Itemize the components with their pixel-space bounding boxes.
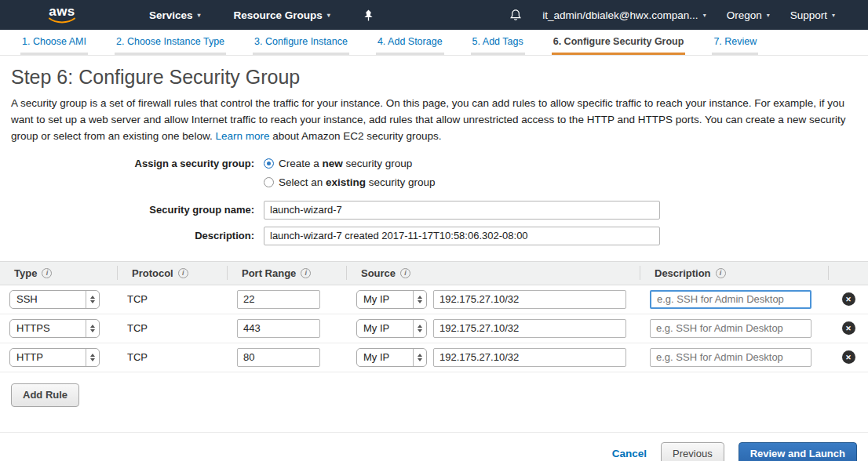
learn-more-link[interactable]: Learn more	[215, 130, 269, 142]
info-icon[interactable]: i	[42, 268, 52, 278]
tab-add-tags[interactable]: 5. Add Tags	[471, 30, 525, 55]
tab-configure-instance[interactable]: 3. Configure Instance	[253, 30, 349, 55]
select-stepper-icon	[413, 291, 426, 308]
delete-icon: ✕	[845, 325, 852, 332]
rule-source-cidr-input[interactable]	[433, 290, 626, 309]
resource-groups-menu[interactable]: Resource Groups ▾	[234, 9, 330, 21]
notifications-button[interactable]	[509, 9, 522, 21]
security-rules-table: Typei Protocoli Port Rangei Sourcei Desc…	[0, 261, 868, 372]
tab-configure-security-group[interactable]: 6. Configure Security Group	[552, 30, 686, 55]
radio-select-existing-group[interactable]: Select an existing security group	[264, 176, 436, 188]
account-menu-label: it_admin/dbialek@hwx.compan...	[542, 9, 698, 21]
select-stepper-icon	[86, 320, 99, 337]
info-icon[interactable]: i	[301, 268, 311, 278]
rule-source-cidr-input[interactable]	[433, 319, 626, 338]
table-header-row: Typei Protocoli Port Rangei Sourcei Desc…	[0, 261, 868, 285]
security-group-description-input[interactable]	[264, 227, 660, 245]
rule-source-select[interactable]: My IP	[356, 290, 427, 309]
pushpin-icon	[363, 9, 374, 21]
rule-source-select[interactable]: My IP	[356, 348, 427, 367]
header-protocol: Protocoli	[118, 266, 228, 280]
rule-type-value: SSH	[16, 293, 80, 305]
aws-logo[interactable]: aws	[49, 6, 75, 24]
region-menu[interactable]: Oregon ▾	[727, 9, 770, 21]
rule-description-input[interactable]	[650, 348, 811, 367]
region-menu-label: Oregon	[727, 9, 762, 21]
select-stepper-icon	[86, 291, 99, 308]
add-rule-button[interactable]: Add Rule	[11, 383, 79, 407]
chevron-down-icon: ▾	[767, 12, 770, 19]
security-rule-row: SSH TCP My IP ✕	[0, 285, 868, 314]
security-group-description-label: Description:	[11, 230, 264, 241]
header-source-label: Source	[361, 267, 396, 279]
intro-paragraph: A security group is a set of firewall ru…	[11, 96, 857, 145]
info-icon[interactable]: i	[400, 268, 410, 278]
services-menu[interactable]: Services ▾	[149, 9, 201, 21]
services-menu-label: Services	[149, 9, 193, 21]
header-protocol-label: Protocol	[132, 267, 173, 279]
cancel-link[interactable]: Cancel	[612, 448, 647, 459]
security-group-name-input[interactable]	[264, 201, 660, 220]
tab-add-storage[interactable]: 4. Add Storage	[376, 30, 444, 55]
security-group-name-label: Security group name:	[11, 204, 264, 216]
rule-description-input[interactable]	[650, 290, 811, 309]
delete-icon: ✕	[845, 354, 852, 361]
rule-type-value: HTTP	[16, 351, 80, 363]
rule-type-select[interactable]: HTTP	[9, 348, 100, 367]
rule-source-select[interactable]: My IP	[356, 319, 427, 338]
support-menu[interactable]: Support ▾	[790, 9, 835, 21]
info-icon[interactable]: i	[716, 268, 726, 278]
rule-type-select[interactable]: HTTPS	[9, 319, 100, 338]
header-port-range: Port Rangei	[228, 266, 347, 280]
security-rule-row: HTTPS TCP My IP ✕	[0, 314, 868, 343]
review-and-launch-button[interactable]: Review and Launch	[739, 442, 857, 461]
radio-new-bold: new	[323, 158, 343, 169]
header-description-label: Description	[655, 267, 711, 279]
page-title: Step 6: Configure Security Group	[11, 66, 857, 89]
top-nav-bar: aws Services ▾ Resource Groups ▾	[0, 0, 868, 30]
chevron-down-icon: ▾	[703, 12, 706, 19]
chevron-down-icon: ▾	[327, 12, 330, 19]
delete-rule-button[interactable]: ✕	[842, 350, 855, 364]
select-stepper-icon	[413, 349, 426, 366]
header-type: Typei	[0, 266, 118, 280]
delete-rule-button[interactable]: ✕	[842, 292, 855, 306]
tab-choose-ami[interactable]: 1. Choose AMI	[20, 30, 88, 55]
rule-type-select[interactable]: SSH	[9, 290, 100, 309]
info-icon[interactable]: i	[178, 268, 188, 278]
rule-source-mode-value: My IP	[363, 322, 407, 334]
rule-description-input[interactable]	[650, 319, 811, 338]
aws-logo-text: aws	[49, 6, 75, 17]
header-type-label: Type	[14, 267, 37, 279]
radio-create-new-group[interactable]: Create a new security group	[264, 158, 412, 169]
wizard-footer: Cancel Previous Review and Launch	[0, 432, 868, 461]
rule-protocol-value: TCP	[127, 293, 148, 305]
rule-port-range-input[interactable]	[237, 290, 320, 309]
rule-source-cidr-input[interactable]	[433, 348, 626, 367]
tab-choose-instance-type[interactable]: 2. Choose Instance Type	[115, 30, 226, 55]
radio-existing-pre: Select an	[279, 176, 326, 188]
previous-button[interactable]: Previous	[661, 442, 724, 461]
security-rule-row: HTTP TCP My IP ✕	[0, 343, 868, 372]
rule-port-range-input[interactable]	[237, 319, 320, 338]
radio-existing-bold: existing	[326, 176, 366, 188]
resource-groups-menu-label: Resource Groups	[234, 9, 323, 21]
header-port-range-label: Port Range	[242, 267, 296, 279]
rule-source-mode-value: My IP	[363, 351, 407, 363]
rule-port-range-input[interactable]	[237, 348, 320, 367]
account-menu[interactable]: it_admin/dbialek@hwx.compan... ▾	[542, 9, 706, 21]
pin-shortcut-button[interactable]	[363, 9, 374, 21]
radio-existing-label: Select an existing security group	[279, 176, 436, 188]
rule-protocol-value: TCP	[127, 351, 148, 363]
radio-button-icon[interactable]	[264, 177, 274, 187]
radio-new-post: security group	[343, 158, 413, 169]
bell-icon	[509, 9, 522, 21]
tab-review[interactable]: 7. Review	[712, 30, 758, 55]
chevron-down-icon: ▾	[198, 12, 201, 19]
delete-rule-button[interactable]: ✕	[842, 321, 855, 335]
select-stepper-icon	[413, 320, 426, 337]
intro-text-after: about Amazon EC2 security groups.	[269, 130, 441, 142]
aws-smile-icon	[49, 17, 75, 24]
radio-button-icon[interactable]	[264, 158, 274, 169]
wizard-steps-bar: 1. Choose AMI 2. Choose Instance Type 3.…	[0, 30, 868, 56]
